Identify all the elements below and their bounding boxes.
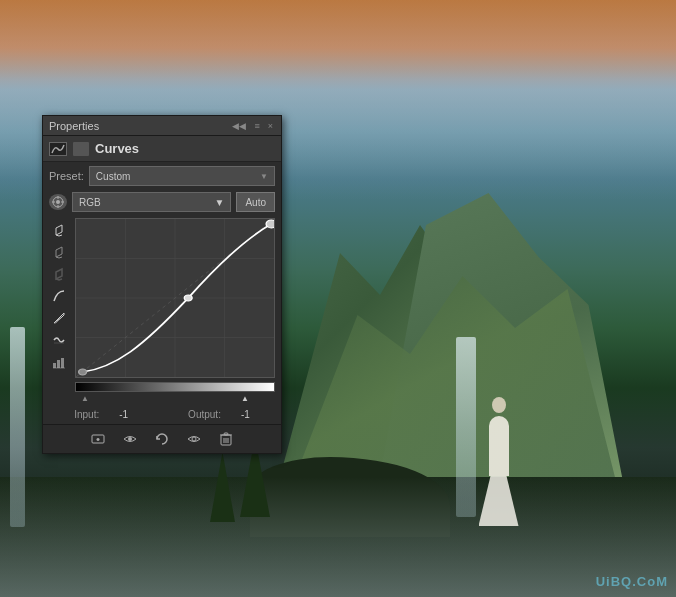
rgb-row: RGB ▼ Auto — [43, 190, 281, 214]
output-label: Output: — [188, 409, 221, 420]
visibility-button[interactable] — [184, 429, 204, 449]
panel-bottom-toolbar — [43, 424, 281, 453]
channel-select[interactable]: RGB ▼ — [72, 192, 231, 212]
gradient-bar — [75, 382, 275, 392]
panel-title: Properties — [49, 120, 99, 132]
layer-icon — [73, 142, 89, 156]
panel-close-btn[interactable]: × — [266, 121, 275, 131]
pencil-tool[interactable] — [49, 308, 69, 328]
curve-canvas[interactable] — [75, 218, 275, 378]
add-layer-button[interactable] — [88, 429, 108, 449]
channel-arrow: ▼ — [215, 197, 225, 208]
panel-curves-header: Curves — [43, 136, 281, 162]
input-label: Input: — [74, 409, 99, 420]
figure-head — [492, 397, 506, 413]
auto-button[interactable]: Auto — [236, 192, 275, 212]
properties-panel: Properties ◀◀ ≡ × Curves Preset: Custom … — [42, 115, 282, 454]
figure — [476, 397, 521, 507]
reset-button[interactable] — [152, 429, 172, 449]
white-point-tool[interactable] — [49, 220, 69, 240]
svg-rect-9 — [61, 358, 64, 368]
adjustment-icon — [49, 142, 67, 156]
black-point-tool[interactable] — [49, 264, 69, 284]
preset-label: Preset: — [49, 170, 84, 182]
io-row: Input: -1 Output: -1 — [43, 405, 281, 424]
watermark: UiBQ.CoM — [596, 574, 668, 589]
channel-target-icon[interactable] — [49, 194, 67, 210]
mist — [0, 477, 676, 597]
svg-point-19 — [184, 295, 192, 301]
curves-heading: Curves — [95, 141, 139, 156]
curve-section: ▲ ▲ — [43, 218, 281, 403]
svg-rect-8 — [57, 360, 60, 368]
mid-point-tool[interactable] — [49, 242, 69, 262]
input-value: -1 — [119, 409, 128, 420]
panel-titlebar: Properties ◀◀ ≡ × — [43, 116, 281, 136]
preset-value: Custom — [96, 171, 130, 182]
eye-toggle-button[interactable] — [120, 429, 140, 449]
gradient-markers: ▲ ▲ — [81, 394, 249, 403]
figure-body — [489, 416, 509, 476]
svg-point-18 — [79, 369, 87, 375]
svg-point-20 — [266, 220, 274, 228]
svg-rect-7 — [53, 363, 56, 368]
tools-sidebar — [49, 218, 73, 372]
svg-rect-28 — [224, 433, 228, 435]
preset-select[interactable]: Custom ▼ — [89, 166, 275, 186]
panel-collapse-btn[interactable]: ◀◀ — [230, 121, 248, 131]
curve-tool[interactable] — [49, 286, 69, 306]
preset-row: Preset: Custom ▼ — [43, 162, 281, 190]
svg-point-1 — [56, 200, 60, 204]
figure-dress — [479, 476, 519, 526]
svg-point-25 — [192, 437, 196, 441]
curve-svg — [76, 219, 274, 377]
histogram-tool[interactable] — [49, 352, 69, 372]
svg-point-24 — [128, 437, 132, 441]
smooth-tool[interactable] — [49, 330, 69, 350]
output-value: -1 — [241, 409, 250, 420]
panel-menu-btn[interactable]: ≡ — [252, 121, 261, 131]
preset-arrow: ▼ — [260, 172, 268, 181]
delete-button[interactable] — [216, 429, 236, 449]
channel-value: RGB — [79, 197, 101, 208]
panel-title-controls: ◀◀ ≡ × — [230, 121, 275, 131]
